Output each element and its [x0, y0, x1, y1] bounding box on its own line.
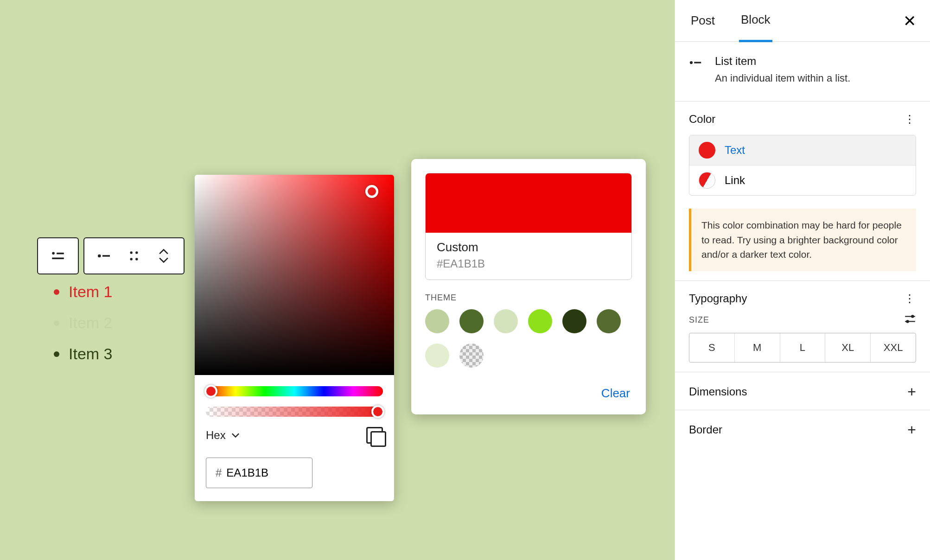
svg-point-7 — [130, 258, 132, 260]
editor-canvas: Item 1 Item 2 Item 3 Hex — [0, 0, 675, 560]
list-item[interactable]: Item 1 — [54, 283, 112, 301]
size-label: SIZE — [689, 315, 709, 325]
hue-slider[interactable] — [206, 386, 383, 396]
list-item[interactable]: Item 2 — [54, 314, 112, 332]
toolbar-group-block-type — [37, 237, 79, 274]
list-item-text: Item 1 — [69, 283, 112, 301]
close-sidebar-button[interactable]: ✕ — [903, 12, 916, 30]
size-button-group: S M L XL XXL — [689, 333, 916, 363]
hue-handle[interactable] — [204, 385, 217, 398]
svg-point-0 — [52, 252, 55, 255]
border-panel[interactable]: Border + — [675, 410, 930, 448]
saturation-value-area[interactable] — [195, 175, 394, 375]
sidebar-tabs: Post Block ✕ — [675, 0, 930, 42]
size-xl-button[interactable]: XL — [825, 333, 870, 362]
contrast-warning: This color combination may be hard for p… — [689, 209, 916, 271]
theme-swatch[interactable] — [494, 309, 518, 333]
size-xxl-button[interactable]: XXL — [870, 333, 916, 362]
typography-panel-label: Typography — [689, 292, 747, 305]
text-color-sample — [699, 142, 715, 159]
svg-point-14 — [906, 320, 909, 323]
plus-icon[interactable]: + — [907, 421, 916, 439]
sliders-icon[interactable] — [904, 314, 916, 326]
size-s-button[interactable]: S — [689, 333, 734, 362]
list-block: Item 1 Item 2 Item 3 — [54, 283, 112, 376]
svg-rect-10 — [694, 62, 701, 63]
more-options-icon[interactable]: ⋮ — [904, 292, 916, 305]
bullet-icon — [54, 289, 59, 295]
block-name: List item — [715, 55, 850, 68]
theme-section-label: THEME — [425, 293, 632, 303]
list-item-icon — [689, 56, 703, 70]
theme-swatch[interactable] — [425, 309, 449, 333]
toolbar-group-actions — [83, 237, 185, 274]
swatch-preview-color — [426, 173, 631, 233]
color-row-label: Text — [725, 144, 745, 157]
hex-input[interactable]: # EA1B1B — [206, 458, 312, 488]
color-panel: Color ⋮ Text Link This color combination… — [675, 102, 930, 281]
sv-handle[interactable] — [365, 185, 378, 198]
settings-sidebar: Post Block ✕ List item An individual ite… — [675, 0, 930, 560]
swatch-hex: #EA1B1B — [437, 257, 620, 270]
svg-rect-4 — [102, 255, 110, 256]
theme-swatch[interactable] — [459, 309, 484, 333]
chevron-down-icon — [231, 433, 240, 438]
svg-point-3 — [98, 255, 101, 258]
color-format-select[interactable]: Hex — [206, 429, 240, 442]
theme-swatch-list — [425, 309, 632, 368]
link-color-sample — [699, 172, 715, 189]
size-l-button[interactable]: L — [780, 333, 825, 362]
list-item[interactable]: Item 3 — [54, 345, 112, 363]
svg-point-5 — [130, 251, 132, 254]
theme-swatch-transparent[interactable] — [459, 344, 484, 368]
color-picker-popover: Hex # EA1B1B — [195, 175, 394, 501]
list-item-icon[interactable] — [48, 246, 68, 266]
list-item-text: Item 2 — [69, 314, 112, 332]
plus-icon[interactable]: + — [907, 383, 916, 401]
indent-icon[interactable] — [95, 246, 114, 266]
svg-point-6 — [135, 251, 138, 254]
bullet-icon — [54, 320, 59, 326]
border-panel-label: Border — [689, 423, 722, 436]
typography-panel: Typography ⋮ SIZE S M L XL XXL — [675, 281, 930, 372]
color-row-text[interactable]: Text — [689, 135, 916, 165]
copy-color-button[interactable] — [366, 427, 383, 444]
size-m-button[interactable]: M — [734, 333, 780, 362]
hex-value: EA1B1B — [226, 466, 268, 479]
tab-block[interactable]: Block — [739, 0, 772, 42]
drag-handle-icon[interactable] — [124, 246, 144, 266]
svg-rect-2 — [52, 258, 64, 260]
theme-swatch[interactable] — [528, 309, 552, 333]
theme-swatch[interactable] — [425, 344, 449, 368]
block-info: List item An individual item within a li… — [675, 42, 930, 102]
swatch-popover: Custom #EA1B1B THEME Clear — [411, 159, 646, 414]
alpha-handle[interactable] — [371, 405, 384, 418]
color-row-link[interactable]: Link — [689, 165, 916, 195]
swatch-preview: Custom #EA1B1B — [425, 173, 632, 280]
alpha-slider[interactable] — [206, 407, 383, 417]
list-item-text: Item 3 — [69, 345, 112, 363]
svg-point-9 — [690, 61, 693, 64]
color-panel-label: Color — [689, 113, 715, 126]
move-up-down-icon[interactable] — [154, 246, 173, 266]
block-toolbar — [37, 237, 185, 274]
clear-color-button[interactable]: Clear — [427, 386, 630, 401]
hex-prefix: # — [216, 466, 222, 479]
bullet-icon — [54, 351, 59, 357]
tab-post[interactable]: Post — [689, 0, 717, 41]
color-row-label: Link — [725, 174, 745, 187]
format-label: Hex — [206, 429, 226, 442]
more-options-icon[interactable]: ⋮ — [904, 113, 916, 126]
theme-swatch[interactable] — [562, 309, 586, 333]
block-description: An individual item within a list. — [715, 72, 850, 84]
svg-point-12 — [911, 315, 914, 318]
dimensions-panel-label: Dimensions — [689, 385, 747, 398]
dimensions-panel[interactable]: Dimensions + — [675, 372, 930, 410]
swatch-name: Custom — [437, 240, 620, 255]
theme-swatch[interactable] — [597, 309, 621, 333]
svg-point-8 — [135, 258, 138, 260]
svg-rect-1 — [57, 253, 64, 255]
